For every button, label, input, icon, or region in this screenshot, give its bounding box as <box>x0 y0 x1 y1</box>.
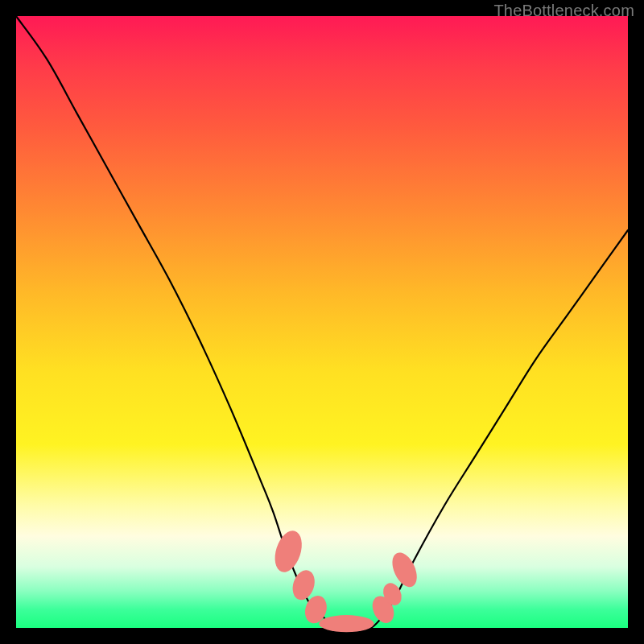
marker-bottom <box>319 615 374 632</box>
chart-svg <box>16 16 628 628</box>
watermark-text: TheBottleneck.com <box>493 2 634 20</box>
plot-area <box>16 16 628 628</box>
chart-frame: TheBottleneck.com <box>0 0 644 644</box>
marker-left-upper <box>270 527 307 576</box>
bottleneck-curve <box>16 16 628 629</box>
marker-group <box>270 527 422 632</box>
